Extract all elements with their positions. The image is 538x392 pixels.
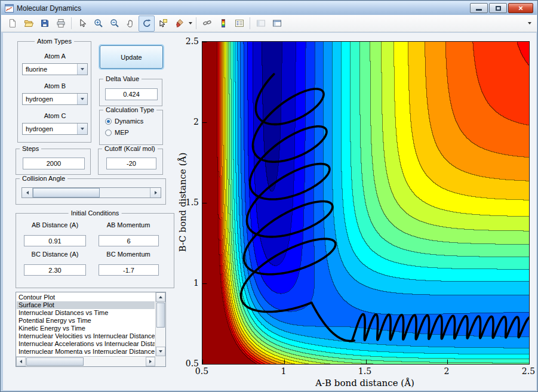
- radio-selected-icon: [105, 118, 112, 125]
- printer-icon: [56, 18, 66, 28]
- open-file-button[interactable]: [20, 16, 36, 32]
- list-item[interactable]: Potential Energy vs Time: [17, 317, 155, 325]
- update-button[interactable]: Update: [100, 45, 163, 69]
- delta-value-panel: Delta Value 0.424: [99, 79, 162, 106]
- delta-value-title: Delta Value: [103, 75, 142, 82]
- save-figure-button[interactable]: [36, 16, 53, 32]
- close-icon: ×: [518, 5, 523, 11]
- show-plot-tools-button[interactable]: [269, 16, 285, 32]
- vertical-scroll-thumb[interactable]: [156, 303, 165, 328]
- minimize-icon: [476, 9, 482, 11]
- plot-type-listbox: Contour Plot Surface Plot Internuclear D…: [16, 292, 166, 367]
- plot-area: [202, 41, 530, 365]
- zoom-out-icon: [110, 18, 119, 28]
- list-item-selected[interactable]: Surface Plot: [17, 301, 155, 309]
- collision-angle-panel: Collision Angle: [16, 178, 166, 205]
- figure-toolbar: [1, 15, 537, 32]
- atom-a-value: fluorine: [26, 66, 47, 73]
- rotate-3d-icon: [142, 18, 152, 28]
- scroll-down-button[interactable]: [156, 347, 165, 356]
- x-tick-label: 2: [435, 366, 459, 376]
- list-item[interactable]: Internuclear Velocities vs Internuclear …: [17, 332, 155, 340]
- window-controls: ×: [470, 3, 533, 13]
- print-figure-button[interactable]: [53, 16, 69, 32]
- list-item[interactable]: Contour Plot: [17, 294, 155, 301]
- ab-distance-label: AB Distance (A): [18, 221, 92, 229]
- bc-momentum-field[interactable]: -1.7: [99, 264, 159, 276]
- atom-types-panel: Atom Types Atom A fluorine Atom B hydrog…: [17, 41, 91, 143]
- x-tick-label: 1: [272, 366, 296, 376]
- rotate-3d-button[interactable]: [139, 16, 155, 32]
- list-item[interactable]: Internuclear Momenta vs Internuclear Dis…: [17, 348, 155, 356]
- delta-value-field[interactable]: 0.424: [105, 88, 158, 100]
- colorbar-icon: [219, 18, 228, 28]
- show-plot-tools-icon: [272, 18, 282, 28]
- atom-b-label: Atom B: [18, 82, 92, 89]
- link-plot-button[interactable]: [199, 16, 215, 32]
- x-tick-label: 1.5: [353, 366, 377, 376]
- dropdown-arrow-button: [77, 94, 87, 104]
- horizontal-scroll-thumb[interactable]: [26, 357, 84, 366]
- radio-dynamics[interactable]: Dynamics: [105, 118, 143, 125]
- hide-plot-tools-icon: [256, 18, 266, 28]
- y-axis-label: B-C bond distance (Å): [177, 153, 188, 252]
- arrow-right-icon: [149, 360, 152, 363]
- chevron-down-icon: [81, 128, 84, 130]
- insert-colorbar-button[interactable]: [215, 16, 231, 32]
- y-tick-label: 0.5: [179, 359, 199, 368]
- chevron-down-icon: [81, 68, 84, 70]
- atom-b-dropdown[interactable]: hydrogen: [22, 93, 88, 105]
- insert-legend-button[interactable]: [231, 16, 247, 32]
- new-figure-icon: [8, 18, 17, 28]
- scrollbar-corner: [155, 356, 165, 366]
- scroll-right-button[interactable]: [146, 357, 155, 366]
- zoom-in-button[interactable]: [90, 16, 106, 32]
- scroll-left-button[interactable]: [16, 357, 26, 366]
- close-button[interactable]: ×: [508, 3, 533, 13]
- ab-momentum-field[interactable]: 6: [99, 235, 159, 246]
- maximize-button[interactable]: [489, 3, 507, 13]
- arrow-down-icon: [159, 350, 162, 353]
- chevron-down-icon: [528, 22, 531, 24]
- toolbar-separator: [196, 17, 196, 29]
- window-icon: [5, 4, 14, 13]
- list-item[interactable]: Kinetic Energy vs Time: [17, 325, 155, 332]
- brush-data-button[interactable]: [171, 16, 187, 32]
- zoom-out-button[interactable]: [106, 16, 122, 32]
- new-figure-button[interactable]: [4, 16, 20, 32]
- list-item[interactable]: Internuclear Accelerations vs Internucle…: [17, 340, 155, 348]
- steps-panel: Steps 2000: [16, 149, 91, 175]
- y-tick-label: 2: [179, 117, 199, 126]
- open-folder-icon: [24, 18, 33, 28]
- vertical-scrollbar[interactable]: [155, 292, 165, 356]
- legend-icon: [235, 18, 244, 28]
- minimize-button[interactable]: [470, 3, 488, 13]
- ab-distance-field[interactable]: 0.91: [24, 235, 86, 246]
- list-item[interactable]: Internuclear Distances vs Time: [17, 309, 155, 317]
- slider-right-arrow[interactable]: [150, 188, 161, 197]
- collision-angle-slider[interactable]: [21, 187, 161, 198]
- cutoff-field[interactable]: -20: [106, 158, 156, 169]
- atom-c-dropdown[interactable]: hydrogen: [22, 123, 88, 135]
- slider-thumb[interactable]: [33, 188, 100, 197]
- radio-mep[interactable]: MEP: [105, 129, 129, 136]
- radio-dynamics-label: Dynamics: [115, 118, 143, 125]
- toolbar-overflow-chevron[interactable]: [526, 16, 533, 31]
- arrow-up-icon: [159, 296, 162, 298]
- toolbar-separator: [71, 17, 72, 29]
- scroll-up-button[interactable]: [156, 292, 165, 302]
- horizontal-scrollbar[interactable]: [16, 356, 155, 366]
- brush-dropdown-button[interactable]: [187, 16, 193, 31]
- bc-distance-field[interactable]: 2.30: [24, 264, 86, 276]
- arrow-right-icon: [155, 191, 157, 195]
- edit-plot-button[interactable]: [74, 16, 90, 32]
- data-cursor-button[interactable]: [155, 16, 171, 32]
- pan-button[interactable]: [122, 16, 139, 32]
- steps-field[interactable]: 2000: [23, 158, 85, 169]
- atom-a-dropdown[interactable]: fluorine: [22, 63, 88, 75]
- plot-canvas[interactable]: [202, 42, 529, 364]
- slider-left-arrow[interactable]: [22, 188, 33, 197]
- atom-c-value: hydrogen: [26, 125, 53, 132]
- save-floppy-icon: [40, 18, 50, 28]
- dropdown-arrow-button: [77, 124, 87, 134]
